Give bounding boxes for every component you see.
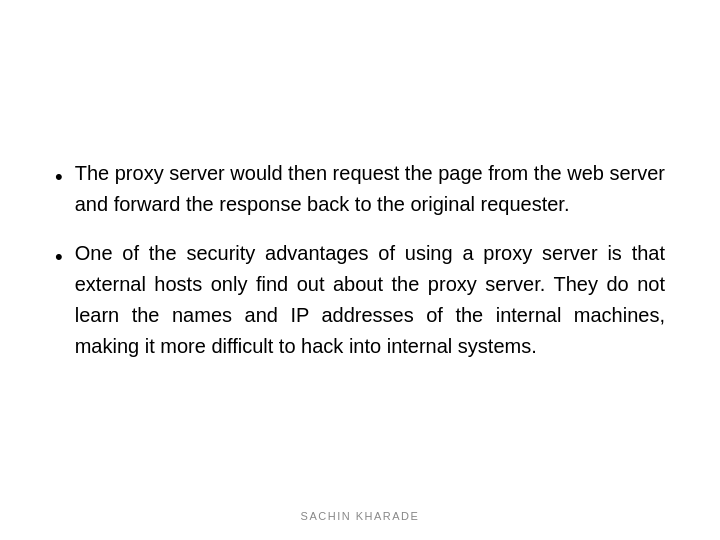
bullet-text-1: The proxy server would then request the … [75, 158, 665, 220]
footer-text: SACHIN KHARADE [0, 510, 720, 522]
bullet-text-2: One of the security advantages of using … [75, 238, 665, 362]
bullet-item-1: • The proxy server would then request th… [55, 158, 665, 220]
bullet-dot-2: • [55, 240, 63, 273]
slide: • The proxy server would then request th… [0, 0, 720, 540]
bullet-item-2: • One of the security advantages of usin… [55, 238, 665, 362]
bullet-dot-1: • [55, 160, 63, 193]
content-area: • The proxy server would then request th… [55, 40, 665, 480]
